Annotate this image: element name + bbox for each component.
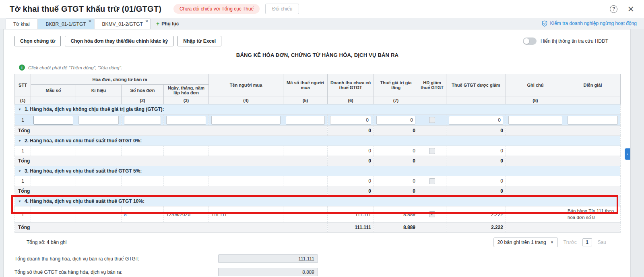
cell-so-hoa-don[interactable] bbox=[122, 176, 164, 186]
total-revenue-label: Tổng doanh thu hàng hóa, dịch vụ bán ra … bbox=[14, 256, 218, 262]
cell-ki-hieu[interactable] bbox=[76, 206, 122, 223]
cell-mau-so[interactable] bbox=[31, 206, 76, 223]
cell-mst[interactable] bbox=[283, 146, 328, 156]
cell-ki-hieu[interactable] bbox=[76, 176, 122, 186]
col-header-thue-gtgt: Thuế giá trị gia tăng bbox=[374, 74, 418, 96]
total-thue-gtgt: 8.889 bbox=[374, 223, 418, 233]
cell-dien-giai[interactable] bbox=[565, 146, 621, 156]
ki-hieu-input[interactable] bbox=[78, 116, 119, 125]
import-excel-button[interactable]: Nhập từ Excel bbox=[178, 36, 221, 46]
cell-thue-duoc-giam[interactable]: 0 bbox=[446, 146, 506, 156]
cell-empty bbox=[565, 156, 621, 166]
cell-ngay[interactable] bbox=[164, 146, 209, 156]
cell-ghi-chu[interactable] bbox=[506, 146, 565, 156]
cell-thue-duoc-giam[interactable]: 2.222 bbox=[446, 206, 506, 223]
cell-thue-gtgt[interactable]: 0 bbox=[374, 146, 418, 156]
choose-documents-button[interactable]: Chọn chứng từ bbox=[14, 36, 61, 46]
hint-text: Click chuột phải để "Thêm dòng", "Xóa dò… bbox=[28, 65, 122, 70]
cell-mau-so[interactable] bbox=[31, 146, 76, 156]
cell-dien-giai[interactable] bbox=[565, 176, 621, 186]
table-title: BẢNG KÊ HÓA ĐƠN, CHỨNG TỪ HÀNG HÓA, DỊCH… bbox=[14, 52, 620, 58]
ngay-input[interactable] bbox=[166, 116, 206, 125]
mau-so-input[interactable] bbox=[33, 116, 73, 125]
cell-empty bbox=[418, 156, 446, 166]
section-header-2[interactable]: ▼2. Hàng hóa, dịch vụ chịu thuế suất thu… bbox=[15, 136, 621, 146]
page-number-input[interactable] bbox=[582, 238, 592, 246]
cell-mst[interactable] bbox=[283, 206, 328, 223]
chevron-down-icon[interactable]: ▼ bbox=[18, 139, 21, 143]
dien-giai-input[interactable] bbox=[568, 116, 618, 125]
chevron-down-icon[interactable]: ▼ bbox=[18, 108, 21, 111]
invoice-table: STT Hóa đơn, chứng từ bán ra Tên người m… bbox=[14, 74, 621, 233]
so-hoa-don-input[interactable] bbox=[124, 116, 161, 125]
col-number: (6) bbox=[328, 96, 374, 104]
section-header-4[interactable]: ▼4. Hàng hóa, dịch vụ chịu thuế suất thu… bbox=[15, 196, 621, 206]
page-size-select[interactable]: 20 bản ghi trên 1 trang ▼ bbox=[493, 237, 558, 247]
cell-thue-gtgt[interactable]: 0 bbox=[374, 176, 418, 186]
choose-replacement-invoices-button[interactable]: Chọn hóa đơn thay thế/điều chỉnh khác kỳ bbox=[65, 36, 173, 46]
check-company-link[interactable]: Kiểm tra doanh nghiệp ngừng hoạt động bbox=[542, 21, 637, 27]
cell-dien-giai[interactable]: Bán hàng Tín 111 theo hóa đơn số 8 bbox=[565, 206, 621, 223]
cell-ngay[interactable] bbox=[164, 176, 209, 186]
plus-icon: + bbox=[156, 21, 159, 27]
total-vat-label: Tổng số thuế GTGT của hàng hóa, dịch vụ … bbox=[14, 269, 218, 275]
shield-check-icon bbox=[542, 21, 547, 27]
prev-page-button[interactable]: Trước bbox=[564, 240, 577, 245]
doanh-thu-input[interactable] bbox=[330, 116, 371, 125]
section-header-1[interactable]: ▼1. Hàng hóa, dịch vụ không chịu thuế gi… bbox=[15, 104, 621, 115]
cell-mau-so[interactable] bbox=[31, 176, 76, 186]
cell-thue-duoc-giam[interactable]: 0 bbox=[446, 176, 506, 186]
cell-thue-gtgt[interactable]: 8.889 bbox=[374, 206, 418, 223]
tab-to-khai[interactable]: Tờ khai bbox=[6, 19, 37, 29]
section-total-row: Tổng 0 0 0 bbox=[15, 126, 621, 136]
tab-close-icon[interactable]: ✕ bbox=[145, 19, 149, 23]
reconcile-button[interactable]: Đối chiếu bbox=[265, 4, 299, 14]
mst-input[interactable] bbox=[286, 116, 325, 125]
add-appendix-label: Phụ lục bbox=[161, 21, 179, 27]
cell-ghi-chu[interactable] bbox=[506, 176, 565, 186]
total-label: Tổng bbox=[15, 223, 328, 233]
cell-ki-hieu[interactable] bbox=[76, 146, 122, 156]
window-header: Tờ khai thuế GTGT khấu trừ (01/GTGT) Chư… bbox=[0, 0, 644, 18]
hddt-lookup-toggle[interactable] bbox=[523, 37, 537, 45]
ten-nguoi-mua-input[interactable] bbox=[211, 116, 281, 125]
section-header-3[interactable]: ▼3. Hàng hóa, dịch vụ chịu thuế suất thu… bbox=[15, 166, 621, 176]
hd-giam-checkbox[interactable] bbox=[429, 148, 435, 154]
total-thue-gtgt: 0 bbox=[374, 186, 418, 196]
invoice-number-link[interactable]: 8 bbox=[124, 212, 127, 217]
cell-doanh-thu[interactable]: 111.111 bbox=[328, 206, 374, 223]
cell-so-hoa-don[interactable] bbox=[122, 146, 164, 156]
cell-ten-nguoi-mua[interactable] bbox=[209, 146, 283, 156]
next-page-button[interactable]: Sau bbox=[598, 240, 606, 245]
tab-bar: Tờ khai BKBR_01-1/GTGT ✕ BKMV_01-2/GTGT … bbox=[0, 18, 644, 29]
tab-label: Tờ khai bbox=[13, 21, 30, 27]
hd-giam-checkbox[interactable] bbox=[429, 117, 435, 123]
cell-stt: 1 bbox=[15, 176, 31, 186]
close-icon[interactable]: ✕ bbox=[627, 5, 634, 13]
cell-ghi-chu[interactable] bbox=[506, 206, 565, 223]
cell-ten-nguoi-mua[interactable]: Tín 111 bbox=[209, 206, 283, 223]
add-appendix-button[interactable]: + Phụ lục bbox=[151, 19, 184, 29]
thue-gtgt-input[interactable] bbox=[376, 116, 415, 125]
cell-doanh-thu[interactable]: 0 bbox=[328, 146, 374, 156]
hd-giam-checkbox[interactable] bbox=[429, 178, 435, 184]
col-header-ngay: Ngày, tháng, năm lập hóa đơn bbox=[164, 85, 209, 96]
cell-doanh-thu[interactable]: 0 bbox=[328, 176, 374, 186]
cell-mst[interactable] bbox=[283, 176, 328, 186]
section-total-row: Tổng 0 0 0 bbox=[15, 186, 621, 196]
chevron-down-icon[interactable]: ▼ bbox=[18, 169, 21, 173]
ghi-chu-input[interactable] bbox=[508, 116, 562, 125]
chevron-down-icon[interactable]: ▼ bbox=[18, 200, 21, 203]
total-thue-duoc-giam: 0 bbox=[446, 186, 506, 196]
help-icon[interactable]: ? bbox=[610, 5, 617, 13]
tab-close-icon[interactable]: ✕ bbox=[88, 19, 91, 23]
tab-bkbr-01-1[interactable]: BKBR_01-1/GTGT ✕ bbox=[38, 19, 94, 29]
side-panel-expand-button[interactable]: ‹ bbox=[625, 148, 630, 160]
cell-empty bbox=[565, 223, 621, 233]
hd-giam-checkbox[interactable] bbox=[429, 211, 435, 217]
thue-duoc-giam-input[interactable] bbox=[449, 116, 503, 125]
cell-ten-nguoi-mua[interactable] bbox=[209, 176, 283, 186]
tab-bkmv-01-2[interactable]: BKMV_01-2/GTGT ✕ bbox=[95, 19, 151, 29]
col-number: (2) bbox=[122, 96, 164, 104]
cell-ngay[interactable]: 12/09/2025 bbox=[164, 206, 209, 223]
